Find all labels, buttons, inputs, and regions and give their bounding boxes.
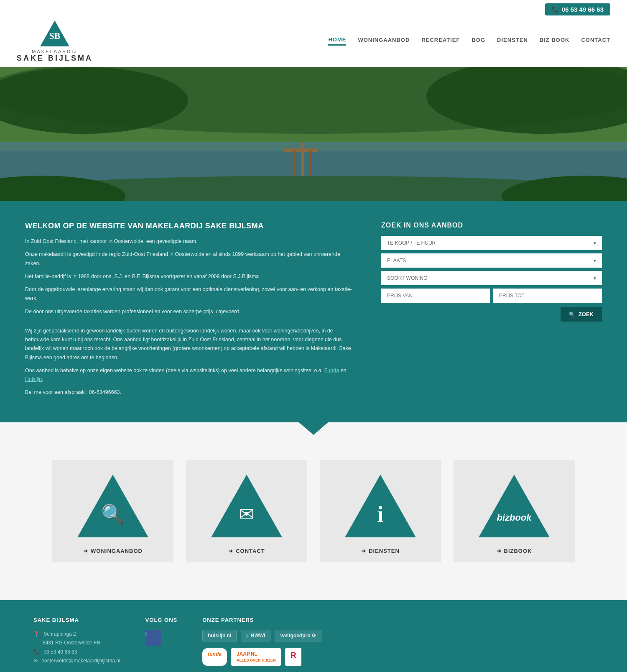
card-contact-icon-area: ✉ <box>209 473 284 539</box>
welcome-p5: De door ons uitgevoerde taxaties worden … <box>25 307 356 316</box>
card-contact[interactable]: ✉ ➜ CONTACT <box>186 460 307 562</box>
svg-rect-9 <box>301 142 304 176</box>
svg-marker-21 <box>479 475 550 537</box>
svg-rect-11 <box>309 151 311 176</box>
footer-company-heading: SAKE BIJLSMA <box>33 617 120 623</box>
footer-connector <box>0 588 627 600</box>
welcome-p4: Door de opgebouwde jarenlange ervaring s… <box>25 285 356 303</box>
footer-partners-heading: ONZE PARTNERS <box>202 617 425 623</box>
card-diensten-arrow-icon: ➜ <box>361 548 366 554</box>
nav-item-woningaanbod[interactable]: WONINGAANBOD <box>358 37 410 45</box>
search-button-label: ZOEK <box>579 311 594 317</box>
nav-item-bizbook[interactable]: BIZ BOOK <box>540 37 570 45</box>
huislijn-link[interactable]: Huislijn <box>25 376 42 382</box>
card-woningaanbod[interactable]: 🔍 ➜ WONINGAANBOD <box>52 460 173 562</box>
funda-link[interactable]: Funda <box>324 368 339 373</box>
type-select-wrapper: TE KOOP / TE HUUR TE KOOP TE HUUR <box>381 236 602 250</box>
hero-svg <box>0 67 627 201</box>
footer-connector-triangle <box>299 588 328 600</box>
card-diensten-triangle-icon: i <box>343 473 418 539</box>
partner-jaap: JAAP.NLALLES OVER HUIZEN <box>231 648 281 666</box>
price-to-input[interactable] <box>493 289 602 303</box>
svg-text:i: i <box>377 501 383 527</box>
footer-address-line2: 8431 RG Oosterwolde FR <box>33 639 120 648</box>
logo-sub-text: MAKELAARDIJ <box>32 49 77 54</box>
logo-triangle-icon: SB <box>38 19 71 48</box>
search-sidebar: ZOEK IN ONS AANBOD TE KOOP / TE HUUR TE … <box>381 222 602 401</box>
footer-phone: 06 53 49 66 63 <box>33 648 120 657</box>
price-row <box>381 289 602 303</box>
card-bizbook-triangle-icon: bizbook <box>477 473 552 539</box>
partner-nwwi: |||NWWI <box>241 630 270 641</box>
partner-r: R <box>285 648 301 666</box>
svg-rect-10 <box>293 151 295 176</box>
logo-area: SB MAKELAARDIJ SAKE BIJLSMA <box>17 19 93 63</box>
card-contact-arrow-icon: ➜ <box>228 548 233 554</box>
main-content: WELKOM OP DE WEBSITE VAN MAKELAARDIJ SAK… <box>25 222 356 401</box>
search-button[interactable]: ZOEK <box>561 307 602 322</box>
card-bizbook-arrow-icon: ➜ <box>497 548 502 554</box>
footer-company: SAKE BIJLSMA Schrappinga 2 8431 RG Ooste… <box>33 617 120 666</box>
header-top: 06 53 49 66 63 <box>0 0 627 19</box>
content-section: WELKOM OP DE WEBSITE VAN MAKELAARDIJ SAK… <box>0 201 627 422</box>
partner-vastgoedpro: vastgoedpro ⟳ <box>275 630 321 641</box>
card-diensten-icon-area: i <box>343 473 418 539</box>
down-triangle-icon <box>299 422 328 435</box>
welcome-heading: WELKOM OP DE WEBSITE VAN MAKELAARDIJ SAK… <box>25 222 356 230</box>
partner-funda: funda <box>202 648 227 666</box>
footer-follow-heading: VOLG ONS <box>145 617 178 623</box>
footer-phone-icon <box>33 648 40 657</box>
nav-item-home[interactable]: HOME <box>328 36 346 46</box>
header-main: SB MAKELAARDIJ SAKE BIJLSMA HOME WONINGA… <box>0 19 627 67</box>
hero-image <box>0 67 627 201</box>
welcome-p8: Bel me voor een afspraak : 06-53496663. <box>25 388 356 397</box>
main-nav: HOME WONINGAANBOD RECREATIEF BOG DIENSTE… <box>328 36 610 46</box>
nav-item-contact[interactable]: CONTACT <box>581 37 610 45</box>
svg-text:bizbook: bizbook <box>497 512 532 523</box>
section-connector <box>0 422 627 435</box>
footer-follow: VOLG ONS f <box>145 617 178 666</box>
house-type-select[interactable]: SOORT WONING <box>381 271 602 285</box>
place-select-wrapper: PLAATS <box>381 253 602 268</box>
type-select[interactable]: TE KOOP / TE HUUR TE KOOP TE HUUR <box>381 236 602 250</box>
welcome-p3: Het familie-bedrijf is in 1988 door ons,… <box>25 272 356 281</box>
welcome-p1: In Zuid Oost Friesland, met kantoor in O… <box>25 237 356 246</box>
price-from-input[interactable] <box>381 289 490 303</box>
footer-address-line1: Schrappinga 2 <box>43 631 76 637</box>
partners-grid: huislijn.nl |||NWWI vastgoedpro ⟳ funda … <box>202 630 425 666</box>
map-pin-icon <box>33 630 40 639</box>
footer-partners: ONZE PARTNERS huislijn.nl |||NWWI vastgo… <box>202 617 425 666</box>
footer-email-icon <box>33 657 38 666</box>
card-bizbook[interactable]: bizbook ➜ BIZBOOK <box>454 460 575 562</box>
facebook-link[interactable]: f <box>145 630 161 646</box>
card-woningaanbod-triangle-icon: 🔍 <box>75 473 150 539</box>
phone-number: 06 53 49 66 63 <box>562 6 604 13</box>
svg-text:SB: SB <box>49 31 61 41</box>
welcome-p6: Wij zijn gespecialiseerd in gewoon lande… <box>25 327 356 362</box>
phone-badge[interactable]: 06 53 49 66 63 <box>545 3 610 15</box>
svg-text:✉: ✉ <box>239 503 255 525</box>
welcome-p7: Ons aanbod is behalve op onze eigen webs… <box>25 366 356 384</box>
card-diensten-label: ➜ DIENSTEN <box>361 548 400 554</box>
nav-item-diensten[interactable]: DIENSTEN <box>497 37 528 45</box>
logo-name-text: SAKE BIJLSMA <box>17 54 93 63</box>
card-diensten[interactable]: i ➜ DIENSTEN <box>320 460 441 562</box>
partners-row2: funda JAAP.NLALLES OVER HUIZEN R <box>202 648 425 666</box>
nav-item-bog[interactable]: BOG <box>472 37 485 45</box>
card-contact-triangle-icon: ✉ <box>209 473 284 539</box>
footer-email-link[interactable]: oosterwolde@makelaardijbijlsma.nl <box>33 657 120 666</box>
partner-huislijn: huislijn.nl <box>202 630 237 641</box>
place-select[interactable]: PLAATS <box>381 253 602 268</box>
svg-text:🔍: 🔍 <box>101 503 125 526</box>
card-woningaanbod-icon-area: 🔍 <box>75 473 150 539</box>
house-type-select-wrapper: SOORT WONING <box>381 271 602 285</box>
card-bizbook-label: ➜ BIZBOOK <box>497 548 532 554</box>
search-heading: ZOEK IN ONS AANBOD <box>381 222 602 229</box>
card-woningaanbod-label: ➜ WONINGAANBOD <box>83 548 143 554</box>
card-arrow-icon: ➜ <box>83 548 88 554</box>
welcome-p2: Onze makelaardij is gevestigd in de regi… <box>25 250 356 268</box>
footer-address-icon: Schrappinga 2 <box>33 630 120 639</box>
footer-main: SAKE BIJLSMA Schrappinga 2 8431 RG Ooste… <box>0 600 627 672</box>
card-bizbook-icon-area: bizbook <box>477 473 552 539</box>
nav-item-recreatief[interactable]: RECREATIEF <box>421 37 460 45</box>
